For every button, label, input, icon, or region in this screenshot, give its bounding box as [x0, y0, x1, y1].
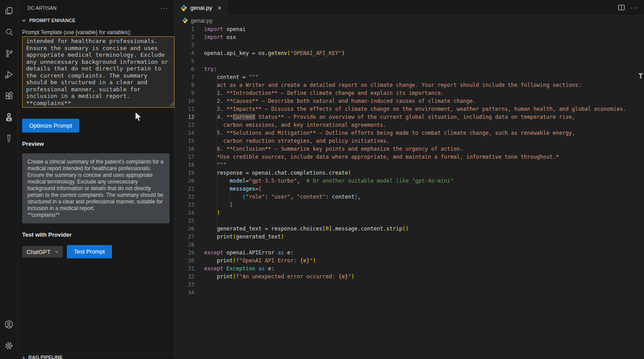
line-number[interactable]: 22	[175, 193, 194, 201]
sidebar-title: DC ARTISAN	[27, 5, 57, 11]
line-number[interactable]: 30	[175, 257, 194, 265]
code-line[interactable]: 4openai.api_key = os.getenv("OPENAI_API_…	[175, 49, 644, 57]
line-number[interactable]: 9	[175, 89, 194, 97]
code-line[interactable]: 32 print(f"An unexpected error occurred:…	[175, 273, 644, 281]
code-line[interactable]: 29except openai.APIError as e:	[175, 249, 644, 257]
notebook-icon[interactable]	[0, 128, 18, 149]
code-line[interactable]: 20 model="gpt-3.5-turbo", # Or another s…	[175, 177, 644, 185]
code-line[interactable]: 11 3. **Impacts** – Discuss the effects …	[175, 105, 644, 113]
line-number[interactable]: 17	[175, 153, 194, 161]
line-number[interactable]: 8	[175, 81, 194, 89]
extensions-icon[interactable]	[0, 85, 18, 106]
line-number[interactable]: 10	[175, 97, 194, 105]
section-rag-pipeline[interactable]: RAG PIPELINE	[18, 353, 175, 359]
tab-genai-py[interactable]: genai.py ×	[175, 0, 228, 16]
code-line[interactable]: 31except Exception as e:	[175, 265, 644, 273]
search-icon[interactable]	[0, 21, 18, 43]
line-number[interactable]: 4	[175, 49, 194, 57]
account-icon[interactable]	[0, 314, 18, 335]
line-number[interactable]: 1	[175, 25, 194, 33]
sidebar-more-actions-icon[interactable]: ···	[161, 4, 168, 12]
code-line[interactable]: 14 5. **Solutions and Mitigation** – Out…	[175, 129, 644, 137]
code-line[interactable]: 25	[175, 217, 644, 225]
indent-guide	[217, 273, 217, 281]
code-line[interactable]: 33	[175, 281, 644, 289]
editor-group: genai.py × ··· genai.py 1import openai2i…	[175, 0, 644, 359]
code-line[interactable]: 23 ]	[175, 201, 644, 209]
editor-more-actions-icon[interactable]: ···	[630, 4, 638, 11]
chevron-down-icon	[54, 249, 59, 254]
line-number[interactable]: 33	[175, 281, 194, 289]
line-number[interactable]: 11	[175, 105, 194, 113]
breadcrumb[interactable]: genai.py	[175, 16, 644, 25]
code-line[interactable]: 26 generated_text = response.choices[0].…	[175, 225, 644, 233]
code-line[interactable]: 16 6. **Conclusion** – Summarize key poi…	[175, 145, 644, 153]
line-number[interactable]: 16	[175, 145, 194, 153]
line-number[interactable]: 13	[175, 121, 194, 129]
code-line[interactable]: 3	[175, 41, 644, 49]
tab-close-icon[interactable]: ×	[215, 4, 224, 12]
line-number[interactable]: 3	[175, 41, 194, 49]
line-number[interactable]: 6	[175, 65, 194, 73]
code-line[interactable]: 17 *Use credible sources, include data w…	[175, 153, 644, 161]
line-number[interactable]: 23	[175, 201, 194, 209]
prompt-template-label: Prompt Template (use {variable} for vari…	[22, 29, 170, 35]
code-line[interactable]: 10 2. **Causes** – Describe both natural…	[175, 97, 644, 105]
line-number[interactable]: 18	[175, 161, 194, 169]
line-number[interactable]: 24	[175, 209, 194, 217]
line-number[interactable]: 15	[175, 137, 194, 145]
line-number[interactable]: 28	[175, 241, 194, 249]
run-debug-icon[interactable]	[0, 64, 18, 85]
code-line[interactable]: 34	[175, 289, 644, 297]
code-line[interactable]: 13 carbon emissions, and key internation…	[175, 121, 644, 129]
line-number[interactable]: 2	[175, 33, 194, 41]
code-line[interactable]: 27 print(generated_text)	[175, 233, 644, 241]
explorer-icon[interactable]	[0, 0, 18, 21]
indent-guide	[217, 257, 217, 265]
source-control-icon[interactable]	[0, 43, 18, 64]
section-prompt-enhance-label: PROMPT ENHANCE	[29, 18, 76, 23]
line-number[interactable]: 12	[175, 113, 194, 121]
code-line[interactable]: 18 """	[175, 161, 644, 169]
line-number[interactable]: 34	[175, 289, 194, 297]
code-line[interactable]: 6try:	[175, 65, 644, 73]
code-line[interactable]: 24 )	[175, 209, 644, 217]
code-line[interactable]: 19 response = openai.chat.completions.cr…	[175, 169, 644, 177]
code-line[interactable]: 2import osx	[175, 33, 644, 41]
settings-gear-icon[interactable]	[0, 335, 18, 356]
line-number[interactable]: 31	[175, 265, 194, 273]
optimize-prompt-button[interactable]: Optimize Prompt	[22, 119, 79, 133]
python-file-icon	[182, 17, 188, 23]
code-line[interactable]: 28	[175, 241, 644, 249]
code-editor[interactable]: 1import openai2import osx34openai.api_ke…	[175, 25, 644, 297]
line-number[interactable]: 32	[175, 273, 194, 281]
tab-bar: genai.py × ···	[175, 0, 644, 16]
line-number[interactable]: 20	[175, 177, 194, 185]
code-line[interactable]: 9 1. **Introduction** – Define climate c…	[175, 89, 644, 97]
code-line[interactable]: 15 carbon reduction strategies, and poli…	[175, 137, 644, 145]
split-editor-icon[interactable]	[618, 4, 625, 11]
dc-artisan-person-icon[interactable]	[0, 106, 18, 128]
code-line[interactable]: 7 content = """	[175, 73, 644, 81]
line-number[interactable]: 21	[175, 185, 194, 193]
line-number[interactable]: 29	[175, 249, 194, 257]
line-number[interactable]: 27	[175, 233, 194, 241]
code-line[interactable]: 30 print(f"OpenAI API Error: {e}")	[175, 257, 644, 265]
code-line[interactable]: 22 {"role": "user", "content": content},	[175, 193, 644, 201]
code-line[interactable]: 12 4. **Current Status** – Provide an ov…	[175, 113, 644, 121]
line-number[interactable]: 26	[175, 225, 194, 233]
line-number[interactable]: 25	[175, 217, 194, 225]
code-line[interactable]: 5	[175, 57, 644, 65]
test-prompt-button[interactable]: Test Prompt	[67, 245, 112, 258]
code-line[interactable]: 1import openai	[175, 25, 644, 33]
prompt-template-textarea[interactable]: intended for healthcare professionals. E…	[22, 36, 174, 108]
line-number[interactable]: 14	[175, 129, 194, 137]
provider-select[interactable]: ChatGPT	[22, 246, 63, 258]
code-line[interactable]: 21 messages=[	[175, 185, 644, 193]
line-number[interactable]: 5	[175, 57, 194, 65]
code-line[interactable]: 8 act as a Writer and create a detailed …	[175, 81, 644, 89]
section-prompt-enhance[interactable]: PROMPT ENHANCE	[18, 16, 174, 25]
line-number[interactable]: 7	[175, 73, 194, 81]
breadcrumb-file: genai.py	[191, 17, 212, 24]
line-number[interactable]: 19	[175, 169, 194, 177]
